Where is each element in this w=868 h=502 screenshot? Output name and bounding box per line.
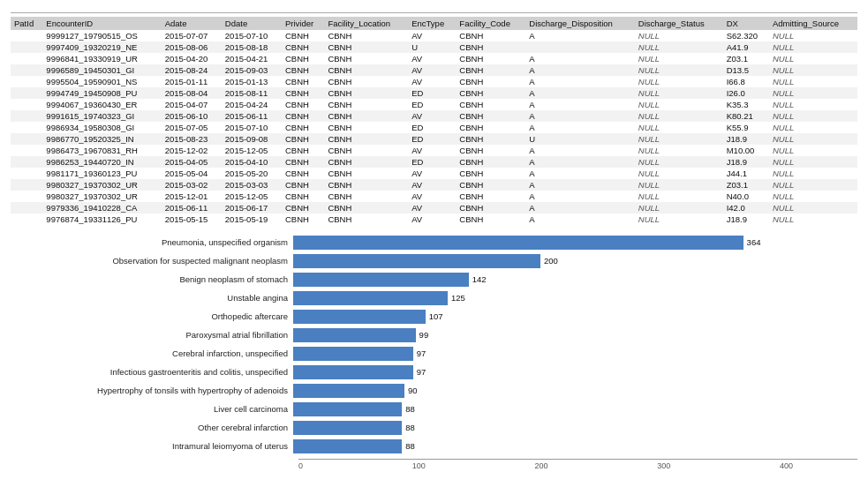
table-cell: 9999127_19790515_OS [42,30,161,41]
table-cell: NULL [635,30,723,41]
table-cell: NULL [769,99,857,110]
table-cell: NULL [769,41,857,53]
table-cell: A [525,168,634,179]
table-cell: 2015-06-17 [222,202,282,214]
chart-label: Observation for suspected malignant neop… [19,256,293,266]
bar-chart: Pneumonia, unspecified organism364Observ… [11,234,857,470]
table-cell: 2015-06-11 [162,202,222,214]
table-cell: A [525,99,634,110]
table-cell: 2015-03-03 [222,179,282,191]
table-cell: CBNH [282,64,324,76]
table-cell: 2015-05-04 [162,168,222,179]
table-cell: 2015-08-24 [162,64,222,76]
table-cell: CBNH [456,122,525,133]
table-cell: NULL [635,99,723,110]
table-cell: I26.0 [723,87,769,99]
table-cell [11,168,42,179]
table-cell: NULL [635,53,723,64]
table-cell: A [525,156,634,168]
table-cell: CBNH [282,145,324,156]
table-cell: 9996589_19450301_GI [42,64,161,76]
table-cell: CBNH [282,214,324,225]
table-cell [11,64,42,76]
table-cell: AV [408,76,456,87]
table-cell: NULL [635,122,723,133]
table-cell: A [525,30,634,41]
chart-bar-area: 97 [293,345,857,361]
chart-label: Cerebral infarction, unspecified [19,348,293,358]
table-cell: 9980327_19370302_UR [42,179,161,191]
table-cell: CBNH [324,191,408,202]
chart-bar [293,273,469,287]
chart-bar-area: 142 [293,271,857,287]
table-cell: 2015-05-20 [222,168,282,179]
table-row: 9976874_19331126_PU2015-05-152015-05-19C… [11,214,857,225]
table-cell: CBNH [282,110,324,122]
col-dx: DX [723,17,769,30]
chart-value: 364 [747,237,761,247]
col-adate: Adate [162,17,222,30]
table-cell: CBNH [282,30,324,41]
table-cell [11,214,42,225]
table-cell: CBNH [324,133,408,145]
table-cell: NULL [635,168,723,179]
table-cell: CBNH [324,202,408,214]
chart-value: 97 [417,348,426,358]
chart-row: Other cerebral infarction88 [19,419,857,435]
table-cell: 9976874_19331126_PU [42,214,161,225]
table-cell: A [525,179,634,191]
chart-label: Orthopedic aftercare [19,311,293,321]
table-cell: 2015-06-11 [222,110,282,122]
table-cell: CBNH [282,133,324,145]
table-cell: A [525,122,634,133]
chart-value: 125 [451,293,465,303]
axis-ticks: 0100200300400 [298,460,793,470]
chart-row: Intramural leiomyoma of uterus88 [19,438,857,453]
table-row: 9980327_19370302_UR2015-12-012015-12-05C… [11,191,857,202]
table-cell: 2015-01-11 [162,76,222,87]
table-row: 9999127_19790515_OS2015-07-072015-07-10C… [11,30,857,41]
table-cell: 9994067_19360430_ER [42,99,161,110]
table-cell: 9979336_19410228_CA [42,202,161,214]
table-cell: AV [408,168,456,179]
table-cell: ED [408,122,456,133]
table-cell: CBNH [324,76,408,87]
table-cell: A [525,87,634,99]
table-cell: 9994749_19450908_PU [42,87,161,99]
chart-bar-area: 97 [293,363,857,379]
table-cell: CBNH [456,133,525,145]
table-cell: 9986473_19670831_RH [42,145,161,156]
table-row: 9986253_19440720_IN2015-04-052015-04-10C… [11,156,857,168]
table-cell: NULL [635,133,723,145]
table-cell [11,122,42,133]
table-cell [11,76,42,87]
table-cell: CBNH [282,41,324,53]
table-cell: A [525,191,634,202]
chart-axis: 0100200300400 [298,459,857,470]
chart-value: 90 [408,386,418,395]
table-cell: ED [408,156,456,168]
chart-bar [293,384,404,398]
table-cell: NULL [635,76,723,87]
chart-bar [293,402,402,416]
table-cell: CBNH [456,145,525,156]
table-cell: NULL [769,76,857,87]
chart-label: Unstable angina [19,293,293,303]
chart-row: Unstable angina125 [19,289,857,305]
table-cell: 2015-07-10 [222,122,282,133]
table-cell: S62.320 [723,30,769,41]
chart-label: Pneumonia, unspecified organism [19,237,293,247]
table-cell: 2015-12-05 [222,145,282,156]
table-cell: NULL [769,122,857,133]
table-cell: 9986934_19580308_GI [42,122,161,133]
table-row: 9986770_19520325_IN2015-08-232015-09-08C… [11,133,857,145]
table-cell [11,41,42,53]
chart-value: 142 [472,274,487,284]
chart-bar [293,421,402,435]
table-cell: CBNH [324,110,408,122]
chart-row: Benign neoplasm of stomach142 [19,271,857,287]
table-cell [11,30,42,41]
table-cell: NULL [769,168,857,179]
chart-row: Infectious gastroenteritis and colitis, … [19,363,857,379]
table-cell: CBNH [324,87,408,99]
